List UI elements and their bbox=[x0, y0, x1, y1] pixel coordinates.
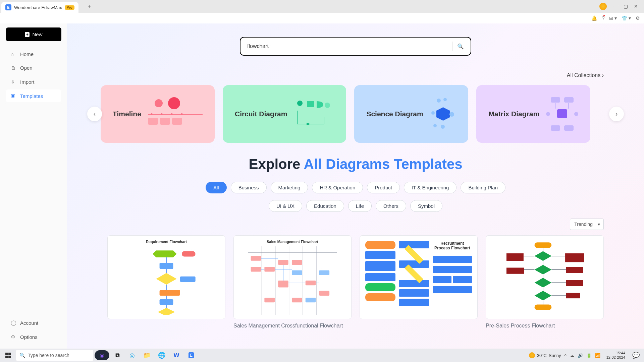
sidebar-item-label: Open bbox=[20, 65, 33, 71]
edge-button[interactable]: ◎ bbox=[125, 349, 139, 361]
svg-rect-29 bbox=[306, 298, 316, 302]
all-collections-link[interactable]: All Collections › bbox=[87, 72, 604, 78]
close-button[interactable]: ✕ bbox=[634, 4, 638, 9]
svg-point-1 bbox=[325, 103, 330, 108]
template-card[interactable]: Recruitment Process Flowchart bbox=[360, 235, 478, 329]
svg-rect-17 bbox=[251, 256, 261, 261]
bell-icon[interactable]: 🔔 bbox=[591, 15, 597, 21]
task-view-button[interactable]: ⧉ bbox=[111, 349, 124, 361]
search-button[interactable]: 🔍 bbox=[457, 43, 464, 50]
svg-rect-28 bbox=[292, 298, 302, 302]
document-icon: 🗎 bbox=[11, 65, 16, 71]
thumb-title: Requirement Flowchart bbox=[146, 240, 187, 244]
edrawmax-button[interactable]: E bbox=[184, 349, 198, 361]
svg-rect-35 bbox=[506, 267, 524, 274]
chevron-down-icon: ▾ bbox=[598, 222, 600, 227]
search-input[interactable] bbox=[247, 43, 447, 49]
sidebar-item-import[interactable]: ⇩ Import bbox=[6, 75, 61, 88]
circuit-graphic-icon bbox=[294, 97, 334, 131]
sidebar-item-label: Import bbox=[20, 79, 35, 85]
new-button[interactable]: + New bbox=[6, 27, 61, 41]
explorer-button[interactable]: 📁 bbox=[140, 349, 154, 361]
chat-icon: 💬 bbox=[632, 352, 640, 359]
gear-icon[interactable]: ⚙ bbox=[636, 15, 640, 21]
volume-icon[interactable]: 🔊 bbox=[578, 353, 583, 358]
pill-building-plan[interactable]: Building Plan bbox=[461, 182, 505, 193]
pill-life[interactable]: Life bbox=[348, 200, 372, 212]
svg-rect-33 bbox=[565, 253, 584, 262]
pill-education[interactable]: Education bbox=[306, 200, 344, 212]
chrome-button[interactable]: 🌐 bbox=[155, 349, 168, 361]
sidebar-item-open[interactable]: 🗎 Open bbox=[6, 62, 61, 74]
timeline-graphic-icon bbox=[148, 97, 203, 131]
chrome-icon: 🌐 bbox=[158, 352, 165, 359]
clock[interactable]: 15:44 12-02-2024 bbox=[604, 351, 628, 360]
maximize-button[interactable]: ▢ bbox=[624, 4, 628, 9]
wifi-icon[interactable]: 📶 bbox=[595, 353, 600, 358]
date-text: 12-02-2024 bbox=[606, 355, 625, 360]
explore-heading: Explore All Diagrams Templates bbox=[87, 156, 624, 172]
battery-icon[interactable]: 🔋 bbox=[586, 353, 592, 358]
start-button[interactable] bbox=[1, 349, 15, 361]
taskbar-search[interactable]: 🔍 Type here to search bbox=[16, 350, 93, 361]
search-icon: 🔍 bbox=[457, 44, 464, 49]
carousel-next-button[interactable]: › bbox=[609, 107, 624, 121]
word-button[interactable]: W bbox=[170, 349, 183, 361]
chevron-up-icon[interactable]: ^ bbox=[565, 353, 567, 358]
app-tab[interactable]: E Wondershare EdrawMax Pro bbox=[1, 2, 78, 13]
pill-product[interactable]: Product bbox=[367, 182, 400, 193]
pill-marketing[interactable]: Marketing bbox=[271, 182, 308, 193]
thumb-title: Sales Management Flowchart bbox=[267, 240, 318, 244]
thumb-title: Recruitment Process Flowchart bbox=[433, 241, 472, 250]
sidebar-item-label: Home bbox=[20, 51, 34, 57]
sidebar-item-label: Options bbox=[20, 334, 38, 340]
template-card[interactable]: Sales Management Flowchart bbox=[233, 235, 352, 329]
weather-widget[interactable]: 30°C Sunny bbox=[529, 352, 561, 358]
carousel-card-matrix[interactable]: Matrix Diagram bbox=[476, 85, 590, 143]
svg-marker-37 bbox=[534, 278, 551, 288]
plus-icon: + bbox=[25, 32, 30, 37]
copilot-button[interactable]: ◉ bbox=[95, 350, 109, 360]
coin-icon[interactable] bbox=[599, 3, 607, 10]
taskbar-search-placeholder: Type here to search bbox=[28, 353, 69, 358]
app-name: Wondershare EdrawMax bbox=[14, 5, 62, 10]
pill-business[interactable]: Business bbox=[231, 182, 267, 193]
shirt-icon[interactable]: 👕 ▾ bbox=[622, 15, 631, 21]
grid-icon[interactable]: ⊞ ▾ bbox=[609, 15, 617, 21]
carousel-prev-button[interactable]: ‹ bbox=[87, 107, 102, 121]
weather-cond: Sunny bbox=[549, 353, 561, 358]
carousel-card-timeline[interactable]: Timeline bbox=[101, 85, 215, 143]
search-icon: 🔍 bbox=[19, 353, 25, 358]
help-icon[interactable]: ? bbox=[602, 15, 604, 21]
sidebar-item-templates[interactable]: ▣ Templates bbox=[6, 89, 61, 102]
new-tab-button[interactable]: + bbox=[85, 2, 94, 11]
pill-all[interactable]: All bbox=[206, 182, 227, 193]
sort-dropdown[interactable]: Trending ▾ bbox=[570, 219, 604, 230]
sidebar-item-label: Templates bbox=[20, 93, 43, 99]
notifications-button[interactable]: 💬 bbox=[629, 349, 643, 361]
pill-hr-operation[interactable]: HR & Operation bbox=[312, 182, 363, 193]
toolbar: 🔔 ? ⊞ ▾ 👕 ▾ ⚙ bbox=[0, 13, 644, 23]
sidebar-item-account[interactable]: ◯ Account bbox=[6, 316, 61, 329]
pill-symbol[interactable]: Symbol bbox=[410, 200, 442, 212]
carousel-card-science[interactable]: Science Diagram bbox=[354, 85, 468, 143]
pill-ui-ux[interactable]: UI & UX bbox=[269, 200, 302, 212]
svg-marker-6 bbox=[156, 273, 176, 285]
onedrive-icon[interactable]: ☁ bbox=[570, 353, 574, 358]
carousel-card-circuit[interactable]: Circuit Diagram bbox=[223, 85, 346, 143]
pill-it-engineering[interactable]: IT & Engineering bbox=[404, 182, 457, 193]
svg-rect-38 bbox=[566, 280, 583, 286]
search-box: 🔍 bbox=[240, 37, 471, 56]
pill-others[interactable]: Others bbox=[376, 200, 406, 212]
template-card[interactable]: Requirement Flowchart bbox=[107, 235, 225, 329]
svg-rect-30 bbox=[534, 242, 551, 248]
template-card[interactable]: Pre-Sales Process Flowchart bbox=[486, 235, 604, 329]
minimize-button[interactable]: — bbox=[613, 4, 618, 9]
sidebar-item-options[interactable]: ⚙ Options bbox=[6, 330, 61, 343]
svg-rect-23 bbox=[278, 281, 288, 287]
user-icon: ◯ bbox=[11, 320, 16, 326]
sidebar-item-home[interactable]: ⌂ Home bbox=[6, 48, 61, 60]
system-tray[interactable]: ^ ☁ 🔊 🔋 📶 bbox=[562, 353, 602, 358]
card-title: Matrix Diagram bbox=[488, 109, 539, 118]
task-view-icon: ⧉ bbox=[115, 352, 120, 359]
